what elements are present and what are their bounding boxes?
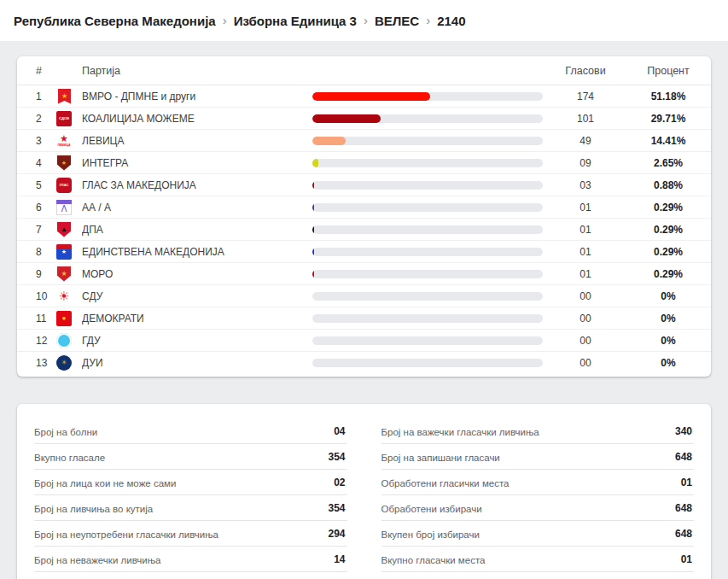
party-logo: ★ xyxy=(56,244,72,260)
party-logo-glyph-icon: ★ xyxy=(61,93,67,100)
party-name: ГДУ xyxy=(82,335,312,347)
breadcrumb-item[interactable]: Република Северна Македонија xyxy=(14,14,216,28)
stats-card: Број на болни 04 Вкупно гласале 354 Број… xyxy=(17,404,711,579)
breadcrumb: Република Северна Македонија›Изборна Еди… xyxy=(14,14,466,28)
votes-value: 09 xyxy=(543,157,628,169)
row-bar-cell xyxy=(312,203,543,212)
votes-value: 00 xyxy=(543,335,628,347)
vote-bar-track xyxy=(312,314,543,323)
percent-value: 0.29% xyxy=(628,246,708,258)
row-logo-cell: ★ xyxy=(56,155,82,171)
percent-value: 0% xyxy=(628,335,708,347)
stat-row: Обработени избирачи 648 xyxy=(381,503,695,521)
stat-row: Број на ливчиња во кутија 354 xyxy=(34,503,347,521)
row-bar-cell xyxy=(312,137,543,145)
header-votes: Гласови xyxy=(543,65,628,77)
vote-bar-track xyxy=(312,181,543,190)
stat-value: 294 xyxy=(328,528,345,540)
page-content: # Партија Гласови Процент 1 ★ ВМРО - ДПМ… xyxy=(0,41,728,579)
table-row: 4 ★ ИНТЕГРА 09 2.65% xyxy=(17,151,711,173)
stat-label: Број на ливчиња во кутија xyxy=(34,504,153,514)
table-row: 6 Λ АА / А 01 0.29% xyxy=(17,196,711,218)
stats-column-right: Број на важечки гласачки ливчиња 340 Бро… xyxy=(381,426,695,579)
row-rank: 6 xyxy=(17,202,56,213)
party-logo-stripe xyxy=(56,244,72,249)
row-rank: 8 xyxy=(17,246,56,258)
vote-bar-fill xyxy=(312,159,318,167)
results-table-header: # Партија Гласови Процент xyxy=(17,56,711,85)
stat-row: Вкупно гласачки места 01 xyxy=(381,554,695,572)
votes-value: 01 xyxy=(543,202,628,213)
breadcrumb-separator-icon: › xyxy=(223,13,227,27)
row-bar-cell xyxy=(312,248,543,256)
row-bar-cell xyxy=(312,225,543,234)
breadcrumb-item[interactable]: Изборна Единица 3 xyxy=(234,14,357,28)
percent-value: 0.29% xyxy=(628,202,708,213)
party-logo: ★ xyxy=(57,155,71,171)
party-name: ДЕМОКРАТИ xyxy=(82,313,312,325)
stat-value: 648 xyxy=(675,502,692,514)
party-logo: ★ xyxy=(58,89,71,104)
stat-row: Број на неважечки ливчиња 14 xyxy=(34,554,347,572)
party-logo-text: ЛЕВИЦА xyxy=(58,144,71,148)
stat-row: Број на неупотребени гласачки ливчиња 29… xyxy=(34,529,347,547)
top-bar: Република Северна Македонија›Изборна Еди… xyxy=(0,0,728,41)
table-row: 9 ★ МОРО 01 0.29% xyxy=(17,262,711,284)
stat-row: Број на запишани гласачи 648 xyxy=(381,452,695,470)
percent-value: 0.29% xyxy=(628,224,708,236)
stat-value: 01 xyxy=(681,553,692,565)
votes-value: 101 xyxy=(543,113,628,125)
table-row: 13 ☀ ДУИ 00 0% xyxy=(17,351,711,373)
party-name: АА / А xyxy=(82,202,312,213)
row-logo-cell: ★ xyxy=(56,266,82,282)
party-logo: ● xyxy=(56,311,72,326)
party-logo: СДСМ xyxy=(56,111,72,126)
stat-label: Број на лица кои не може сами xyxy=(34,478,176,488)
vote-bar-fill xyxy=(312,114,381,123)
vote-bar-track xyxy=(312,225,543,234)
stat-label: Вкупен број избирачи xyxy=(381,529,480,540)
party-name: КОАЛИЦИЈА МОЖЕМЕ xyxy=(82,113,312,125)
header-rank: # xyxy=(17,65,56,77)
stat-label: Број на болни xyxy=(34,427,97,437)
row-logo-cell: Λ xyxy=(56,200,82,215)
breadcrumb-item[interactable]: ВЕЛЕС xyxy=(375,14,419,28)
party-name: ГЛАС ЗА МАКЕДОНИЈА xyxy=(82,179,312,191)
row-rank: 5 xyxy=(17,179,56,191)
party-name: ИНТЕГРА xyxy=(82,157,312,169)
vote-bar-fill xyxy=(312,92,430,101)
votes-value: 03 xyxy=(543,179,628,191)
row-rank: 12 xyxy=(17,335,56,347)
row-bar-cell xyxy=(312,359,543,367)
vote-bar-track xyxy=(312,248,543,256)
party-logo-glyph-icon: Λ xyxy=(61,205,67,213)
table-row: 3 ★ЛЕВИЦА ЛЕВИЦА 49 14.41% xyxy=(17,129,711,151)
row-logo-cell: ▲ xyxy=(56,222,82,237)
party-logo xyxy=(56,333,72,348)
vote-bar-track xyxy=(312,359,543,367)
stat-row: Обработени гласички места 01 xyxy=(381,477,695,495)
stat-row: Број на важечки гласачки ливчиња 340 xyxy=(381,426,695,444)
stat-label: Обработени гласички места xyxy=(381,478,510,488)
votes-value: 01 xyxy=(543,268,628,280)
party-name: ДПА xyxy=(82,224,312,236)
row-rank: 9 xyxy=(17,268,56,280)
percent-value: 2.65% xyxy=(628,157,708,169)
row-logo-cell: ☀ xyxy=(56,289,82,304)
row-logo-cell xyxy=(56,333,82,348)
votes-value: 174 xyxy=(543,91,628,102)
row-bar-cell xyxy=(312,314,543,323)
row-rank: 7 xyxy=(17,224,56,236)
row-bar-cell xyxy=(312,114,543,123)
table-row: 11 ● ДЕМОКРАТИ 00 0% xyxy=(17,307,711,329)
breadcrumb-item[interactable]: 2140 xyxy=(437,14,465,28)
vote-bar-track xyxy=(312,137,543,145)
table-row: 10 ☀ СДУ 00 0% xyxy=(17,284,711,307)
vote-bar-fill xyxy=(312,270,314,278)
stat-value: 02 xyxy=(334,477,345,488)
table-row: 7 ▲ ДПА 01 0.29% xyxy=(17,218,711,240)
table-row: 8 ★ ЕДИНСТВЕНА МАКЕДОНИЈА 01 0.29% xyxy=(17,240,711,262)
header-party: Партија xyxy=(82,65,312,77)
party-logo: ▲ xyxy=(57,222,71,237)
percent-value: 0% xyxy=(628,290,708,302)
